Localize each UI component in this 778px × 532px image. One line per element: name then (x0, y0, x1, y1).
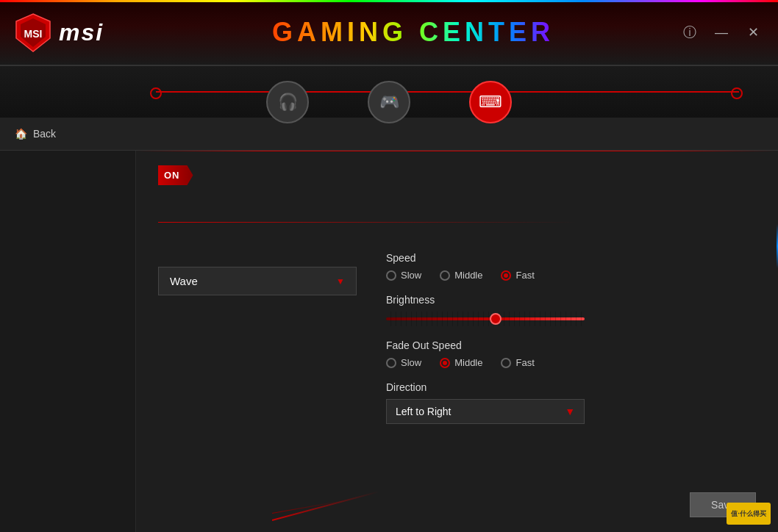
direction-dropdown-value: Left to Right (396, 406, 452, 417)
fade-slow-option[interactable]: Slow (386, 357, 421, 368)
speed-middle-label: Middle (454, 270, 482, 281)
nav-keyboard-button[interactable]: ⌨ (469, 81, 512, 123)
effect-dropdown-value: Wave (170, 275, 198, 287)
watermark: 值·什么得买 (727, 503, 771, 525)
speed-fast-option[interactable]: Fast (501, 270, 534, 281)
nav-bar: 🎧 🎮 ⌨ (0, 66, 778, 118)
nav-icons: 🎧 🎮 ⌨ (266, 75, 512, 118)
speed-radio-group: Slow Middle Fast (386, 270, 756, 281)
speed-fast-radio[interactable] (501, 270, 511, 281)
direction-dropdown[interactable]: Left to Right ▼ (386, 399, 585, 424)
sidebar (0, 151, 136, 532)
brightness-slider-overlay (386, 312, 585, 326)
title-area: GAMING CENTER (162, 17, 665, 48)
home-icon: 🏠 (15, 128, 27, 140)
headset-icon: 🎧 (278, 93, 298, 112)
svg-text:MSI: MSI (24, 28, 43, 40)
nav-headset-button[interactable]: 🎧 (266, 81, 309, 123)
back-label: Back (33, 128, 56, 140)
speed-fast-label: Fast (515, 270, 534, 281)
right-controls: Speed Slow Middle Fast (386, 252, 756, 437)
bottom-decoration (272, 488, 419, 532)
logo-area: MSI msi (0, 12, 162, 53)
brightness-group: Brightness (386, 294, 756, 326)
power-toggle[interactable]: ON (158, 165, 193, 185)
fade-out-speed-radio-group: Slow Middle Fast (386, 357, 756, 368)
separator-line (158, 222, 756, 223)
msi-brand-text: msi (59, 19, 104, 46)
power-toggle-label: ON (164, 170, 180, 181)
brightness-label: Brightness (386, 294, 756, 306)
effect-dropdown[interactable]: Wave ▼ (158, 267, 357, 295)
content-top-decoration (136, 151, 778, 151)
effect-dropdown-arrow-icon: ▼ (336, 276, 345, 287)
nav-gamepad-button[interactable]: 🎮 (368, 81, 410, 123)
keyboard-icon: ⌨ (479, 93, 502, 112)
speed-slow-label: Slow (401, 270, 421, 281)
fade-slow-label: Slow (401, 357, 421, 368)
close-button[interactable]: ✕ (743, 22, 763, 43)
fade-fast-option[interactable]: Fast (501, 357, 534, 368)
fade-fast-label: Fast (515, 357, 534, 368)
speed-middle-option[interactable]: Middle (440, 270, 482, 281)
main-content: ON Wave ▼ Speed (0, 151, 778, 532)
effect-section: Wave ▼ (158, 252, 357, 295)
header: MSI msi GAMING CENTER ⓘ — ✕ (0, 0, 778, 66)
watermark-text: 值·什么得买 (731, 509, 766, 519)
direction-group: Direction Left to Right ▼ (386, 381, 756, 424)
fade-middle-option[interactable]: Middle (440, 357, 482, 368)
fade-slow-radio[interactable] (386, 358, 396, 368)
fade-fast-radio[interactable] (501, 358, 511, 368)
speed-slow-radio[interactable] (386, 270, 396, 281)
minimize-button[interactable]: — (711, 22, 732, 43)
app-title: GAMING CENTER (272, 17, 554, 47)
speed-middle-radio[interactable] (440, 270, 450, 281)
info-button[interactable]: ⓘ (679, 22, 700, 43)
gamepad-icon: 🎮 (379, 93, 399, 112)
speed-group: Speed Slow Middle Fast (386, 252, 756, 281)
brightness-slider-container (386, 312, 585, 326)
controls-row: Wave ▼ Speed Slow Midd (158, 252, 756, 437)
msi-logo-icon: MSI (15, 12, 51, 53)
fade-middle-label: Middle (454, 357, 482, 368)
content-area: ON Wave ▼ Speed (136, 151, 778, 532)
direction-dropdown-arrow-icon: ▼ (565, 406, 575, 417)
brightness-slider-handle[interactable] (490, 313, 502, 325)
fade-out-speed-label: Fade Out Speed (386, 339, 756, 351)
direction-label: Direction (386, 381, 756, 393)
speed-label: Speed (386, 252, 756, 264)
fade-middle-radio[interactable] (440, 358, 450, 368)
back-button[interactable]: 🏠 Back (15, 128, 56, 140)
fade-out-speed-group: Fade Out Speed Slow Middle Fast (386, 339, 756, 368)
speed-slow-option[interactable]: Slow (386, 270, 421, 281)
header-controls: ⓘ — ✕ (665, 22, 778, 43)
